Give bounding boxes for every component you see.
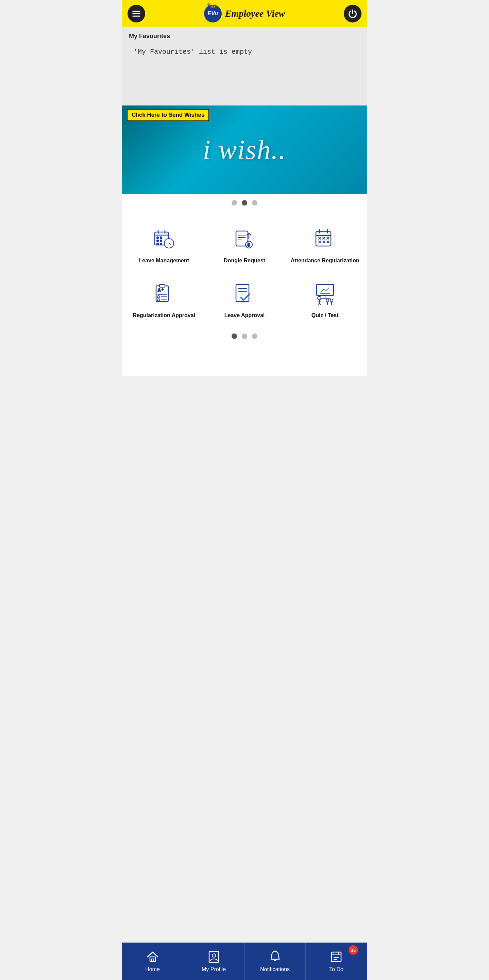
leave-approval-item[interactable]: Leave Approval xyxy=(206,273,283,325)
svg-point-73 xyxy=(212,954,216,957)
attendance-regularization-svg xyxy=(313,227,337,251)
leave-approval-icon xyxy=(231,280,258,307)
svg-rect-17 xyxy=(160,240,162,242)
logo-circle: EVu xyxy=(204,5,222,22)
quiz-test-icon xyxy=(311,280,339,307)
nav-todo-label: To Do xyxy=(329,966,343,972)
svg-rect-50 xyxy=(157,299,159,301)
app-name: Employee View xyxy=(225,8,285,19)
svg-rect-44 xyxy=(159,285,165,287)
todo-badge: 35 xyxy=(349,945,358,955)
svg-text:A: A xyxy=(157,288,161,293)
power-button[interactable] xyxy=(344,5,362,22)
svg-rect-1 xyxy=(132,13,140,14)
app-logo: EVu Employee View xyxy=(145,5,344,22)
regularization-approval-item[interactable]: A + Regularization Approval xyxy=(125,273,203,325)
leave-approval-label: Leave Approval xyxy=(224,312,265,319)
leave-approval-svg xyxy=(233,282,256,305)
favourites-title: My Favourites xyxy=(129,33,360,40)
dongle-request-svg: $ xyxy=(233,227,256,251)
attendance-regularization-label: Attendance Regularization xyxy=(291,257,359,264)
nav-home[interactable]: Home xyxy=(122,943,183,980)
app-header: EVu Employee View xyxy=(122,0,367,27)
quiz-test-item[interactable]: Quiz / Test xyxy=(286,273,364,325)
svg-rect-48 xyxy=(157,296,159,298)
leave-management-label: Leave Management xyxy=(139,257,189,264)
svg-rect-20 xyxy=(236,231,248,246)
quiz-test-label: Quiz / Test xyxy=(311,312,339,319)
nav-notifications[interactable]: Notifications xyxy=(244,943,306,980)
regularization-approval-icon: A + xyxy=(150,280,178,307)
dongle-request-item[interactable]: $ Dongle Request xyxy=(206,218,283,270)
svg-rect-15 xyxy=(160,237,162,239)
svg-rect-2 xyxy=(132,16,140,17)
favourites-empty-message: 'My Favourites' list is empty xyxy=(129,45,360,59)
nav-notifications-label: Notifications xyxy=(260,966,290,972)
menu-dots xyxy=(122,328,367,349)
svg-line-4 xyxy=(214,6,215,8)
profile-icon xyxy=(207,950,221,964)
leave-management-svg xyxy=(152,227,176,251)
banner-section[interactable]: Click Here to Send Wishes i wish.. xyxy=(122,105,367,194)
nav-home-label: Home xyxy=(145,966,160,972)
svg-rect-75 xyxy=(332,952,341,962)
logo-initials: EVu xyxy=(208,11,218,17)
svg-point-65 xyxy=(330,299,333,302)
hamburger-icon xyxy=(132,9,141,18)
attendance-regularization-item[interactable]: Attendance Regularization xyxy=(286,218,364,270)
dongle-request-icon: $ xyxy=(231,225,258,253)
svg-rect-18 xyxy=(157,243,159,245)
favourites-section: My Favourites 'My Favourites' list is em… xyxy=(122,27,367,105)
nav-my-profile[interactable]: My Profile xyxy=(183,943,244,980)
dongle-request-label: Dongle Request xyxy=(224,257,265,264)
svg-point-64 xyxy=(326,299,329,302)
svg-line-5 xyxy=(211,6,211,8)
svg-text:+: + xyxy=(162,288,164,291)
send-wishes-button[interactable]: Click Here to Send Wishes xyxy=(127,109,209,121)
svg-rect-0 xyxy=(132,11,140,12)
leave-management-icon xyxy=(150,225,178,253)
home-icon xyxy=(146,950,159,964)
svg-line-6 xyxy=(215,7,217,8)
svg-rect-14 xyxy=(157,237,159,239)
menu-button[interactable] xyxy=(127,5,145,22)
nav-todo[interactable]: 35 To Do xyxy=(306,943,367,980)
svg-rect-19 xyxy=(160,243,162,245)
wish-text: i wish.. xyxy=(203,134,286,165)
menu-grid: Leave Management $ Dongle Request xyxy=(122,212,367,328)
regularization-approval-svg: A + xyxy=(152,282,176,305)
nav-my-profile-label: My Profile xyxy=(202,966,226,972)
power-icon xyxy=(348,9,357,18)
svg-point-59 xyxy=(318,296,321,300)
menu-dot-2[interactable] xyxy=(242,334,247,339)
quiz-test-svg xyxy=(313,282,337,305)
bell-icon xyxy=(268,950,282,964)
menu-dot-1[interactable] xyxy=(232,334,237,339)
banner-dots xyxy=(122,194,367,212)
bottom-navigation: Home My Profile Notifications 35 To Do xyxy=(122,943,367,980)
svg-rect-16 xyxy=(157,240,159,242)
regularization-approval-label: Regularization Approval xyxy=(133,312,195,319)
todo-icon xyxy=(330,950,343,964)
svg-text:$: $ xyxy=(248,242,250,247)
banner-dot-2[interactable] xyxy=(242,200,247,205)
leave-management-item[interactable]: Leave Management xyxy=(125,218,203,270)
banner-dot-3[interactable] xyxy=(252,200,257,205)
attendance-regularization-icon xyxy=(311,225,339,253)
bottom-spacer xyxy=(122,349,367,376)
menu-dot-3[interactable] xyxy=(252,334,257,339)
svg-line-63 xyxy=(319,303,321,305)
banner-dot-1[interactable] xyxy=(232,200,237,205)
